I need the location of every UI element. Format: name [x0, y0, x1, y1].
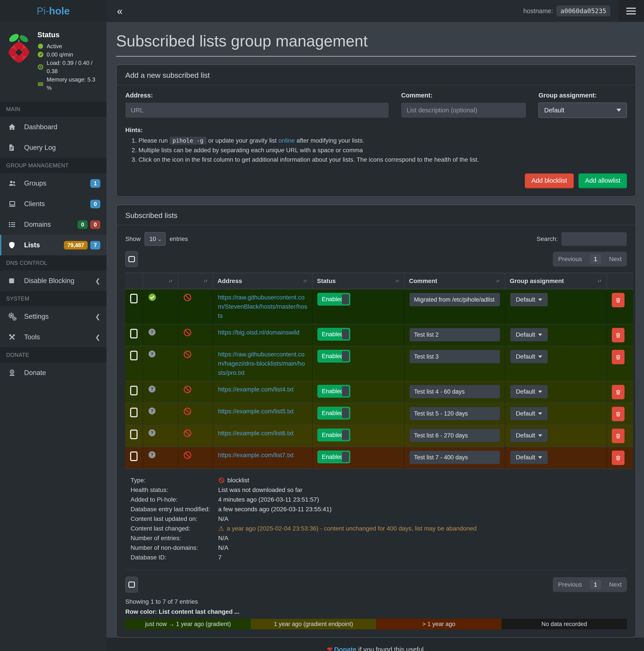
donate-link[interactable]: Donate [334, 646, 357, 651]
list-row: ?https://example.com/list5.txtEnabledDef… [125, 403, 633, 425]
blocklist-icon[interactable] [183, 385, 192, 394]
sidebar-item-query-log[interactable]: Query Log [0, 137, 106, 158]
header-group-assignment[interactable]: Group assignment [505, 273, 607, 289]
previous-page-button[interactable]: Previous [558, 581, 582, 588]
file-icon [8, 144, 19, 152]
row-comment-input[interactable] [409, 429, 500, 442]
blocklist-icon[interactable] [183, 451, 192, 460]
row-checkbox[interactable] [130, 329, 137, 338]
sidebar-item-tools[interactable]: Tools ❮ [0, 327, 106, 347]
row-group-select[interactable]: Default [510, 328, 548, 341]
blocklist-icon[interactable] [183, 350, 192, 359]
health-status-icon[interactable]: ? [148, 432, 156, 438]
sidebar-item-settings[interactable]: Settings ❮ [0, 306, 106, 327]
list-url-link[interactable]: https://example.com/list5.txt [218, 407, 307, 416]
delete-list-button[interactable] [612, 328, 624, 342]
row-checkbox[interactable] [130, 294, 137, 303]
row-comment-input[interactable] [409, 350, 500, 363]
list-row: https://raw.githubusercontent.com/Steven… [125, 289, 633, 324]
blocklist-icon[interactable] [183, 407, 192, 416]
status-toggle[interactable]: Enabled [317, 293, 350, 306]
list-url-link[interactable]: https://big.oisd.nl/domainswild [218, 328, 307, 337]
status-toggle[interactable]: Enabled [317, 385, 350, 398]
status-toggle[interactable]: Enabled [317, 407, 350, 420]
blocklist-icon[interactable] [183, 429, 192, 438]
sidebar-item-groups[interactable]: Groups 1 [0, 173, 106, 194]
row-group-select[interactable]: Default [510, 385, 548, 398]
row-comment-input[interactable] [409, 385, 500, 398]
sidebar-collapse-icon[interactable]: « [117, 5, 123, 17]
header-address[interactable]: Address [213, 273, 312, 289]
sidebar-item-donate[interactable]: $ Donate [0, 363, 106, 383]
row-checkbox[interactable] [130, 408, 137, 417]
row-comment-input[interactable] [409, 451, 500, 464]
status-toggle[interactable]: Enabled [317, 451, 350, 463]
online-link[interactable]: online [278, 137, 295, 144]
page-number-button[interactable]: 1 [590, 254, 601, 264]
health-status-icon[interactable]: ? [148, 410, 156, 416]
row-group-select[interactable]: Default [510, 293, 548, 306]
select-all-button[interactable] [125, 251, 138, 267]
sidebar-item-disable-blocking[interactable]: Disable Blocking ❮ [0, 271, 106, 291]
row-comment-input[interactable] [409, 407, 500, 420]
delete-list-button[interactable] [612, 350, 624, 364]
entries-per-page-select[interactable]: 10 ⌄ [145, 232, 165, 246]
row-checkbox[interactable] [130, 430, 137, 439]
blocklist-icon[interactable] [183, 328, 192, 337]
sort-icon [168, 278, 173, 284]
status-toggle[interactable]: Enabled [317, 350, 350, 363]
list-details-panel: Type:blocklist Health status:List was no… [125, 469, 627, 570]
health-status-icon[interactable]: ? [148, 353, 156, 360]
toggle-knob [342, 408, 349, 418]
row-checkbox[interactable] [130, 452, 137, 461]
search-input[interactable] [561, 232, 627, 246]
row-group-select[interactable]: Default [510, 451, 548, 464]
list-url-link[interactable]: https://raw.githubusercontent.com/Steven… [218, 293, 307, 320]
page-number-button[interactable]: 1 [590, 580, 601, 589]
select-all-button-bottom[interactable] [125, 577, 138, 592]
row-checkbox[interactable] [130, 386, 137, 395]
status-toggle[interactable]: Enabled [317, 429, 350, 441]
address-input[interactable] [125, 102, 389, 118]
next-page-button[interactable]: Next [609, 256, 622, 262]
delete-list-button[interactable] [612, 385, 624, 399]
sidebar-item-domains[interactable]: Domains 0 0 [0, 214, 106, 235]
header-comment[interactable]: Comment [404, 273, 505, 289]
list-url-link[interactable]: https://example.com/list6.txt [218, 429, 307, 438]
health-status-icon[interactable] [148, 296, 157, 303]
pihole-logo-text[interactable]: Pi-hole [0, 0, 106, 22]
header-type-col[interactable] [178, 273, 213, 289]
menu-button[interactable] [618, 0, 644, 22]
list-url-link[interactable]: https://raw.githubusercontent.com/hagezi… [218, 350, 307, 377]
blocklist-icon[interactable] [183, 293, 192, 302]
delete-list-button[interactable] [612, 293, 624, 307]
list-url-link[interactable]: https://example.com/list4.txt [218, 385, 307, 394]
health-status-icon[interactable]: ? [148, 454, 156, 460]
list-url-link[interactable]: https://example.com/list7.txt [218, 451, 307, 460]
row-group-select[interactable]: Default [510, 429, 548, 442]
status-toggle[interactable]: Enabled [317, 328, 350, 341]
row-comment-input[interactable] [409, 328, 500, 341]
question-circle-icon: ? [148, 451, 156, 459]
header-health-col[interactable] [143, 273, 178, 289]
group-assignment-select[interactable]: Default [539, 102, 627, 118]
header-status[interactable]: Status [312, 273, 404, 289]
comment-input[interactable] [401, 102, 526, 118]
row-group-select[interactable]: Default [510, 350, 548, 363]
health-status-icon[interactable]: ? [148, 331, 156, 338]
delete-list-button[interactable] [612, 451, 624, 465]
previous-page-button[interactable]: Previous [558, 256, 582, 262]
delete-list-button[interactable] [612, 407, 624, 421]
add-allowlist-button[interactable]: Add allowlist [579, 174, 627, 188]
next-page-button[interactable]: Next [609, 581, 622, 588]
add-blocklist-button[interactable]: Add blocklist [525, 174, 574, 188]
delete-list-button[interactable] [612, 429, 624, 443]
row-group-select[interactable]: Default [510, 407, 548, 420]
sidebar-item-clients[interactable]: Clients 0 [0, 194, 106, 214]
row-checkbox[interactable] [130, 351, 137, 360]
row-comment-input[interactable] [409, 293, 500, 306]
sidebar-item-dashboard[interactable]: Dashboard [0, 117, 106, 137]
health-status-icon[interactable]: ? [148, 388, 156, 395]
check-circle-icon [148, 293, 157, 302]
sidebar-item-lists[interactable]: Lists 79,487 7 [0, 235, 106, 255]
